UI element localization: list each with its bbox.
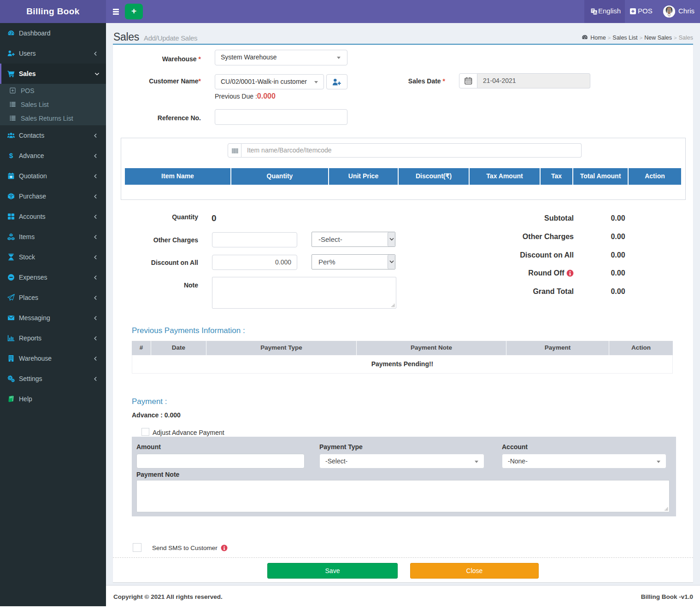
svg-text:$: $ [9,152,13,159]
